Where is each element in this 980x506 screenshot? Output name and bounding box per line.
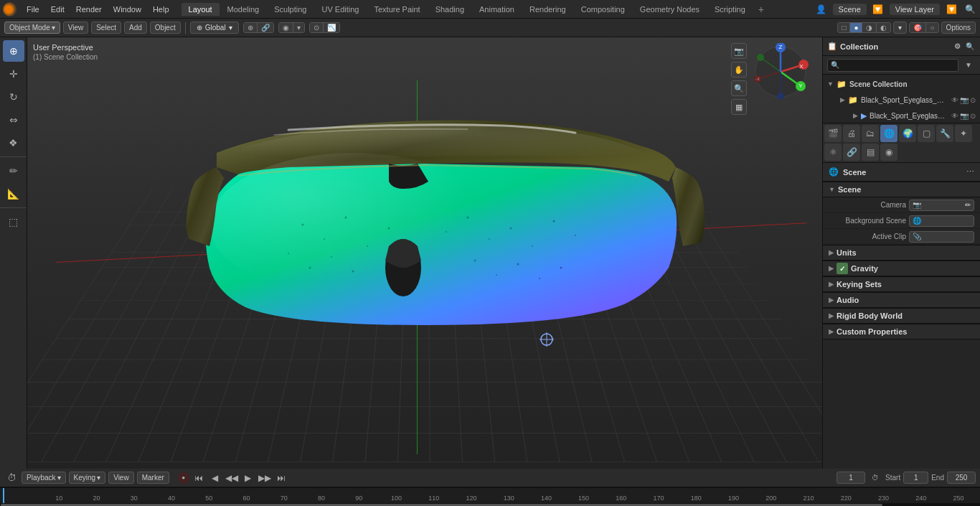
film-strip-btn[interactable]: ▦ xyxy=(731,99,747,115)
user-icon[interactable]: 👤 xyxy=(814,2,829,17)
outliner-scene-collection-item[interactable]: ▼ 📁 Scene Collection xyxy=(823,76,980,92)
tab-animation[interactable]: Animation xyxy=(472,3,522,16)
annotate-tool[interactable]: ✏ xyxy=(3,160,24,182)
rendered-btn[interactable]: ◐ xyxy=(876,23,890,32)
end-frame-field[interactable]: 250 xyxy=(947,472,976,484)
prop-tab-particles[interactable]: ✦ xyxy=(955,125,972,142)
prop-tab-material[interactable]: ◉ xyxy=(880,144,897,161)
rotate-tool[interactable]: ↻ xyxy=(3,86,24,108)
options-btn[interactable]: Options xyxy=(941,22,976,34)
tab-scripting[interactable]: Scripting xyxy=(707,3,753,16)
pivot-btn-1[interactable]: ◉ xyxy=(279,23,293,32)
playback-menu[interactable]: Playback ▾ xyxy=(22,472,66,484)
menu-render[interactable]: Render xyxy=(71,4,107,15)
prop-tab-data[interactable]: ▤ xyxy=(862,144,879,161)
tab-rendering[interactable]: Rendering xyxy=(522,3,573,16)
keying-sets-section-header[interactable]: ▶ Keying Sets xyxy=(823,276,980,292)
play-reverse-btn[interactable]: ◀◀ xyxy=(225,471,239,485)
outliner-search-icon[interactable]: 🔍 xyxy=(964,41,976,52)
transform-tool[interactable]: ❖ xyxy=(3,132,24,154)
mesh-visibility-icon[interactable]: 👁 xyxy=(951,112,958,120)
render-icon[interactable]: 📷 xyxy=(960,96,969,104)
next-frame-btn[interactable]: ▶▶ xyxy=(258,471,272,485)
menu-file[interactable]: File xyxy=(22,4,44,15)
prop-tab-view-layer[interactable]: 🗂 xyxy=(862,125,879,142)
shading-options-btn[interactable]: ▾ xyxy=(893,22,907,34)
scene-props-options[interactable]: ⋯ xyxy=(966,167,974,177)
material-btn[interactable]: ◑ xyxy=(862,23,876,32)
gravity-section-header[interactable]: ▶ ✓ Gravity xyxy=(823,261,980,276)
prop-tab-constraints[interactable]: 🔗 xyxy=(843,144,860,161)
prop-tab-output[interactable]: 🖨 xyxy=(843,125,860,142)
tab-uv-editing[interactable]: UV Editing xyxy=(314,3,366,16)
scene-options-icon[interactable]: 🔽 xyxy=(871,2,885,17)
add-workspace-tab[interactable]: + xyxy=(753,2,769,17)
prop-tab-scene[interactable]: 🌐 xyxy=(880,125,897,142)
camera-edit-icon[interactable]: ✏ xyxy=(965,201,971,209)
prop-tab-object[interactable]: ▢ xyxy=(918,125,935,142)
gravity-toggle[interactable]: ✓ xyxy=(837,263,848,274)
pivot-btn-2[interactable]: ▾ xyxy=(293,23,304,32)
pan-btn[interactable]: ✋ xyxy=(731,62,747,78)
menu-window[interactable]: Window xyxy=(108,4,146,15)
tab-layout[interactable]: Layout xyxy=(182,3,220,16)
3d-viewport[interactable]: User Perspective (1) Scene Collection X … xyxy=(27,37,822,469)
play-btn[interactable]: ▶ xyxy=(241,471,255,485)
orientation-btn-2[interactable]: 🔗 xyxy=(257,23,273,32)
gizmos-btn[interactable]: 🎯 xyxy=(910,23,925,32)
blender-logo-icon[interactable] xyxy=(3,2,17,17)
prop-tab-physics[interactable]: ⚛ xyxy=(824,144,842,161)
rigid-body-section-header[interactable]: ▶ Rigid Body World xyxy=(823,308,980,324)
view-layer-selector[interactable]: View Layer xyxy=(890,4,940,15)
object-menu[interactable]: Object xyxy=(150,22,181,34)
mode-dropdown[interactable]: Object Mode ▾ xyxy=(4,22,60,34)
tab-sculpting[interactable]: Sculpting xyxy=(267,3,314,16)
outliner-add-filter-icon[interactable]: ▼ xyxy=(961,58,976,72)
move-tool[interactable]: ✛ xyxy=(3,63,24,85)
view-layer-options-icon[interactable]: 🔽 xyxy=(944,2,958,17)
outliner-item-eyeglass-collection[interactable]: ▶ 📁 Black_Sport_Eyeglass_Green... 👁 📷 ⊙ xyxy=(823,92,980,108)
jump-end-btn[interactable]: ⏭ xyxy=(274,471,288,485)
camera-picker[interactable]: 📷 ✏ xyxy=(909,200,974,211)
cursor-tool[interactable]: ⊕ xyxy=(3,40,24,62)
audio-section-header[interactable]: ▶ Audio xyxy=(823,292,980,308)
zoom-btn[interactable]: 🔍 xyxy=(731,80,747,96)
jump-start-btn[interactable]: ⏮ xyxy=(192,471,206,485)
tab-geometry-nodes[interactable]: Geometry Nodes xyxy=(633,3,707,16)
start-frame-field[interactable]: 1 xyxy=(903,472,928,484)
overlays-btn[interactable]: ○ xyxy=(925,23,938,32)
scene-selector[interactable]: Scene xyxy=(833,4,867,15)
tab-compositing[interactable]: Compositing xyxy=(574,3,632,16)
record-btn[interactable]: ● xyxy=(178,472,189,484)
orientation-btn-1[interactable]: ⊕ xyxy=(244,23,257,32)
scale-tool[interactable]: ⇔ xyxy=(3,109,24,131)
scene-section-header[interactable]: ▼ Scene xyxy=(823,182,980,197)
visibility-icon[interactable]: 👁 xyxy=(951,96,958,104)
current-frame-field[interactable]: 1 xyxy=(837,472,865,484)
timeline-scrollbar[interactable] xyxy=(0,503,980,506)
transform-dropdown[interactable]: ⊕ Global ▾ xyxy=(190,22,239,34)
measure-tool[interactable]: 📐 xyxy=(3,183,24,205)
solid-btn[interactable]: ● xyxy=(849,23,862,32)
tab-texture-paint[interactable]: Texture Paint xyxy=(367,3,427,16)
active-clip-picker[interactable]: 📎 xyxy=(909,231,974,243)
menu-edit[interactable]: Edit xyxy=(46,4,70,15)
view-menu-timeline[interactable]: View xyxy=(108,472,134,484)
custom-properties-section-header[interactable]: ▶ Custom Properties xyxy=(823,324,980,339)
select-circle-icon[interactable]: ⊙ xyxy=(970,96,976,104)
timeline-type-icon[interactable]: ⏱ xyxy=(4,471,19,485)
proportional-options-btn[interactable]: 📉 xyxy=(323,23,339,32)
proportional-btn[interactable]: ⊙ xyxy=(310,23,323,32)
units-section-header[interactable]: ▶ Units xyxy=(823,245,980,261)
view-menu[interactable]: View xyxy=(63,22,89,34)
marker-menu[interactable]: Marker xyxy=(137,472,169,484)
mesh-render-icon[interactable]: 📷 xyxy=(960,112,969,120)
camera-view-btn[interactable]: 📷 xyxy=(731,43,747,59)
frame-rate-icon[interactable]: ⏱ xyxy=(868,471,882,485)
keying-menu[interactable]: Keying ▾ xyxy=(69,472,106,484)
tab-modeling[interactable]: Modeling xyxy=(220,3,267,16)
prop-tab-world[interactable]: 🌍 xyxy=(899,125,916,142)
outliner-search-input[interactable] xyxy=(827,59,958,72)
menu-help[interactable]: Help xyxy=(148,4,174,15)
mesh-select-icon[interactable]: ⊙ xyxy=(970,112,976,120)
